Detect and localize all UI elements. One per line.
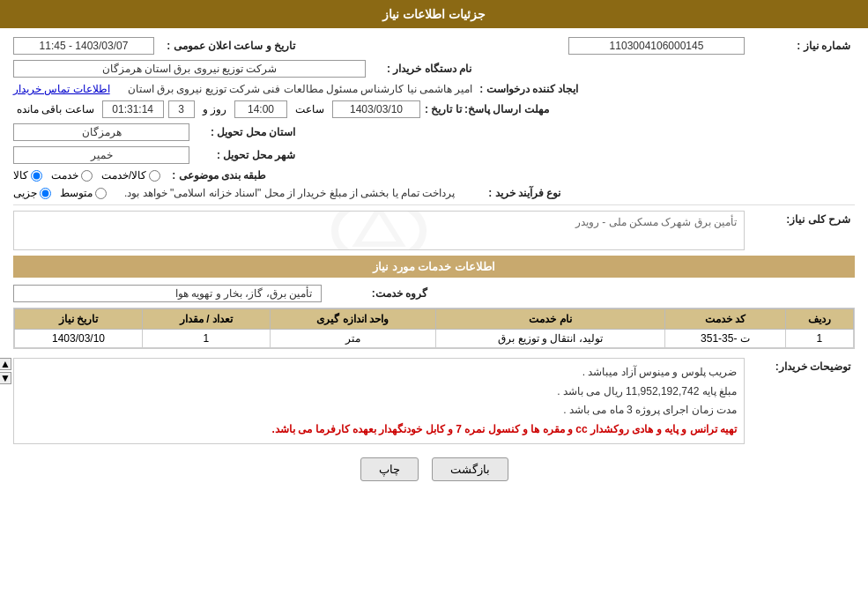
creator-label: ایجاد کننده درخواست : — [477, 83, 582, 95]
purchase-type-label-motawaset: متوسط — [60, 187, 93, 199]
cell-date: 1403/03/10 — [15, 330, 143, 348]
category-radio-group: کالا/خدمت خدمت کالا — [13, 169, 160, 182]
public-date-value: 1403/03/07 - 11:45 — [13, 37, 154, 55]
buyer-name-label: نام دستگاه خریدار : — [370, 63, 476, 75]
col-header-name: نام خدمت — [435, 309, 665, 330]
buttons-row: بازگشت چاپ — [13, 457, 855, 481]
col-header-unit: واحد اندازه گیری — [270, 309, 435, 330]
purchase-type-radio-jozi[interactable] — [40, 188, 51, 199]
buyer-desc-box: ضریب پلوس و مینوس آزاد میباشد . مبلغ پای… — [13, 358, 745, 444]
category-option-kala: کالا — [13, 169, 42, 182]
creator-link[interactable]: اطلاعات تماس خریدار — [13, 83, 110, 95]
table-row: 1 ت -35-351 تولید، انتقال و توزیع برق مت… — [15, 330, 854, 348]
print-button[interactable]: چاپ — [360, 457, 419, 481]
purchase-type-label: نوع فرآیند خرید : — [459, 187, 565, 199]
purchase-type-note: پرداخت تمام یا بخشی از مبلغ خریدار از مح… — [124, 187, 455, 199]
province-value: هرمزگان — [13, 123, 189, 141]
category-label-khedmat: خدمت — [51, 169, 78, 182]
cell-name: تولید، انتقال و توزیع برق — [435, 330, 665, 348]
purchase-type-radio-motawaset[interactable] — [95, 188, 107, 199]
category-radio-kala[interactable] — [31, 170, 42, 182]
buyer-desc-line-2: مبلغ پایه 11,952,192,742 ریال می باشد . — [21, 382, 737, 402]
divider-1 — [13, 204, 855, 205]
deadline-remaining: 01:31:14 — [102, 100, 164, 118]
page-header: جزئیات اطلاعات نیاز — [0, 0, 868, 28]
col-header-radif: ردیف — [785, 309, 853, 330]
cell-unit: متر — [270, 330, 435, 348]
services-table-container: ردیف کد خدمت نام خدمت واحد اندازه گیری ت… — [13, 308, 855, 349]
buyer-name-value: شرکت توزیع نیروی برق استان هرمزگان — [13, 60, 366, 78]
purchase-type-row: نوع فرآیند خرید : پرداخت تمام یا بخشی از… — [13, 187, 855, 199]
purchase-type-radio-group: متوسط جزیی — [13, 187, 107, 199]
deadline-time: 14:00 — [234, 100, 287, 118]
table-header-row: ردیف کد خدمت نام خدمت واحد اندازه گیری ت… — [15, 309, 854, 330]
buyer-desc-label: توضیحات خریدار: — [749, 358, 855, 373]
watermark — [326, 211, 432, 250]
city-value: خمیر — [13, 146, 189, 164]
buyer-name-row: نام دستگاه خریدار : شرکت توزیع نیروی برق… — [13, 60, 855, 78]
category-option-khedmat: خدمت — [51, 169, 93, 182]
province-label: استان محل تحویل : — [194, 126, 300, 138]
need-desc-value: تأمین برق شهرک مسکن ملی - رویدر — [575, 216, 737, 228]
need-desc-row: شرح کلی نیاز: تأمین برق شهرک مسکن ملی - … — [13, 211, 855, 250]
deadline-remaining-label: ساعت باقی مانده — [13, 103, 98, 115]
col-header-code: کد خدمت — [665, 309, 785, 330]
services-table: ردیف کد خدمت نام خدمت واحد اندازه گیری ت… — [14, 308, 854, 348]
buyer-desc-container: ضریب پلوس و مینوس آزاد میباشد . مبلغ پای… — [13, 358, 745, 444]
public-date-label: تاریخ و ساعت اعلان عمومی : — [159, 40, 300, 52]
category-radio-khedmat[interactable] — [81, 170, 93, 182]
cell-code: ت -35-351 — [665, 330, 785, 348]
deadline-date: 1403/03/10 — [332, 100, 420, 118]
need-number-value: 1103004106000145 — [568, 37, 745, 55]
deadline-label: مهلت ارسال پاسخ: تا تاریخ : — [425, 103, 553, 115]
creator-value: امیر هاشمی نیا کارشناس مسئول مطالعات فنی… — [128, 83, 473, 95]
category-label-kala: کالا — [13, 169, 28, 182]
purchase-type-option-motawaset: متوسط — [60, 187, 107, 199]
col-header-date: تاریخ نیاز — [15, 309, 143, 330]
need-desc-label: شرح کلی نیاز: — [749, 211, 855, 226]
need-number-row: شماره نیاز : 1103004106000145 تاریخ و سا… — [13, 37, 855, 55]
services-section-header: اطلاعات خدمات مورد نیاز — [13, 256, 855, 278]
category-label: طبقه بندی موضوعی : — [165, 169, 271, 182]
cell-qty: 1 — [143, 330, 271, 348]
service-group-row: گروه خدمت: تأمین برق، گاز، بخار و تهویه … — [13, 285, 855, 302]
need-desc-container: تأمین برق شهرک مسکن ملی - رویدر — [13, 211, 745, 250]
category-row: طبقه بندی موضوعی : کالا/خدمت خدمت کالا — [13, 169, 855, 182]
scroll-down-arrow[interactable]: ▼ — [0, 372, 11, 384]
purchase-type-option-jozi: جزیی — [13, 187, 51, 199]
buyer-desc-line-1: ضریب پلوس و مینوس آزاد میباشد . — [21, 363, 737, 382]
need-desc-box: تأمین برق شهرک مسکن ملی - رویدر — [13, 211, 745, 250]
buyer-desc-line-3: مدت زمان اجرای پروژه 3 ماه می باشد . — [21, 401, 737, 420]
services-section-title: اطلاعات خدمات مورد نیاز — [373, 260, 495, 273]
category-option-kala-khedmat: کالا/خدمت — [101, 169, 160, 182]
buyer-desc-line-4: تهیه ترانس و پایه و هادی روکشدار cc و مق… — [21, 420, 737, 440]
col-header-qty: تعداد / مقدار — [143, 309, 271, 330]
city-row: شهر محل تحویل : خمیر — [13, 146, 855, 164]
scroll-up-arrow[interactable]: ▲ — [0, 358, 11, 370]
service-group-label: گروه خدمت: — [326, 287, 432, 300]
city-label: شهر محل تحویل : — [194, 149, 300, 161]
province-row: استان محل تحویل : هرمزگان — [13, 123, 855, 141]
purchase-type-label-jozi: جزیی — [13, 187, 37, 199]
creator-row: ایجاد کننده درخواست : امیر هاشمی نیا کار… — [13, 83, 855, 95]
category-radio-kala-khedmat[interactable] — [149, 170, 160, 182]
buyer-desc-row: توضیحات خریدار: ضریب پلوس و مینوس آزاد م… — [13, 358, 855, 444]
page-title: جزئیات اطلاعات نیاز — [382, 7, 486, 21]
service-group-value: تأمین برق، گاز، بخار و تهویه هوا — [13, 285, 322, 302]
deadline-days-label: روز و — [199, 103, 230, 115]
category-label-kala-khedmat: کالا/خدمت — [101, 169, 146, 182]
deadline-time-label: ساعت — [292, 103, 328, 115]
scroll-arrows: ▲ ▼ — [0, 358, 11, 384]
deadline-days: 3 — [168, 100, 195, 118]
need-number-label: شماره نیاز : — [749, 40, 855, 52]
deadline-row: مهلت ارسال پاسخ: تا تاریخ : 1403/03/10 س… — [13, 100, 855, 118]
cell-radif: 1 — [785, 330, 853, 348]
back-button[interactable]: بازگشت — [432, 457, 508, 481]
